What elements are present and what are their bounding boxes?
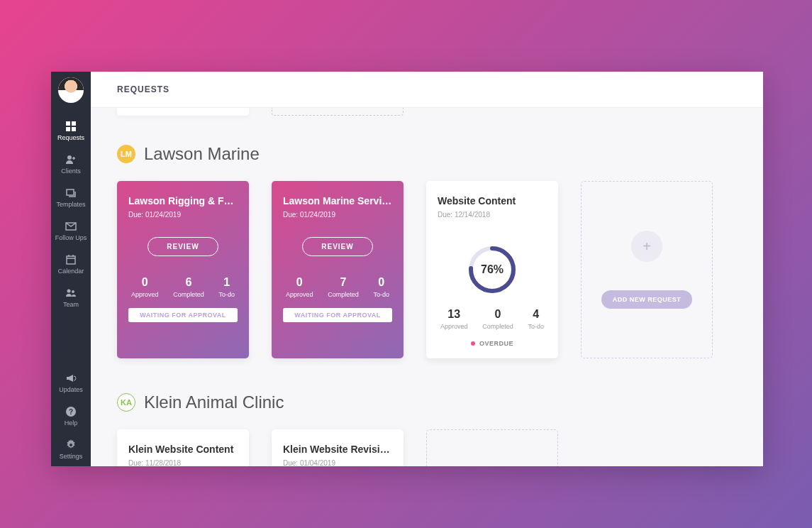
review-button[interactable]: REVIEW [148, 237, 218, 256]
card-title: Klein Website Revision... [283, 444, 392, 455]
progress-percent: 76% [467, 244, 518, 295]
plus-icon: + [631, 231, 662, 262]
page-title: REQUESTS [117, 84, 169, 94]
gear-icon [65, 439, 77, 451]
grid-icon [65, 121, 77, 132]
svg-point-4 [67, 155, 72, 160]
svg-rect-7 [67, 256, 75, 264]
svg-rect-2 [66, 127, 70, 131]
nav-calendar[interactable]: Calendar [51, 248, 91, 281]
group-name: Lawson Marine [144, 144, 260, 164]
nav-label: Settings [60, 453, 83, 460]
add-new-request-button[interactable]: ADD NEW REQUEST [601, 290, 693, 309]
card-due: Due: 01/04/2019 [283, 459, 392, 466]
overdue-badge: OVERDUE [471, 340, 513, 347]
request-card[interactable]: Klein Website Content Due: 11/28/2018 [117, 429, 249, 466]
card-due: Due: 01/24/2019 [128, 211, 238, 219]
cards-row: Klein Website Content Due: 11/28/2018 Kl… [117, 429, 737, 466]
request-card[interactable]: Lawson Rigging & Fab... Due: 01/24/2019 … [117, 181, 249, 358]
svg-point-8 [67, 290, 71, 293]
group-name: Klein Animal Clinic [144, 392, 284, 412]
group-badge: KA [117, 393, 135, 412]
nav-label: Calendar [58, 268, 84, 275]
card-due: Due: 12/14/2018 [438, 211, 547, 219]
prev-group-tail [117, 108, 737, 116]
review-button[interactable]: REVIEW [302, 237, 372, 256]
nav-help[interactable]: ? Help [51, 400, 91, 433]
app-window: Requests Clients Templates Follow Ups Ca… [51, 72, 763, 466]
nav-label: Help [65, 419, 78, 427]
group-header-klein: KA Klein Animal Clinic [117, 392, 737, 412]
content-scroll[interactable]: LM Lawson Marine Lawson Rigging & Fab...… [91, 108, 763, 466]
layers-icon [65, 187, 77, 199]
svg-point-9 [72, 290, 74, 293]
stats-row: 0Approved 6Completed 1To-do [128, 276, 238, 298]
group-badge: LM [117, 145, 135, 163]
main: REQUESTS LM Lawson Marine Lawson Rigging… [91, 72, 763, 466]
status-badge: WAITING FOR APPROVAL [283, 308, 392, 322]
nav-clients[interactable]: Clients [51, 148, 91, 181]
add-request-card[interactable]: + ADD NEW REQUEST [581, 181, 713, 358]
nav-templates[interactable]: Templates [51, 181, 91, 214]
nav-requests[interactable]: Requests [51, 114, 91, 148]
add-request-card[interactable] [426, 429, 558, 466]
nav-settings[interactable]: Settings [51, 433, 91, 466]
nav-label: Templates [56, 201, 85, 208]
svg-rect-5 [67, 189, 74, 195]
card-due: Due: 11/28/2018 [128, 459, 238, 466]
request-card[interactable]: Klein Website Revision... Due: 01/04/201… [272, 429, 404, 466]
calendar-icon [65, 254, 77, 265]
team-icon [65, 287, 77, 299]
card-title: Klein Website Content [128, 444, 238, 455]
user-plus-icon [65, 154, 77, 165]
request-card[interactable]: Lawson Marine Servic... Due: 01/24/2019 … [272, 181, 404, 358]
help-icon: ? [65, 406, 77, 417]
svg-text:?: ? [69, 408, 73, 416]
status-badge: WAITING FOR APPROVAL [128, 308, 238, 322]
request-card[interactable]: Website Content Due: 12/14/2018 76% 13Ap… [426, 181, 558, 358]
avatar[interactable] [58, 77, 84, 103]
sidebar: Requests Clients Templates Follow Ups Ca… [51, 72, 91, 466]
nav-label: Updates [59, 386, 83, 393]
card-title: Lawson Rigging & Fab... [128, 195, 238, 207]
page-header: REQUESTS [91, 72, 763, 108]
nav-label: Clients [61, 167, 81, 175]
nav-followups[interactable]: Follow Ups [51, 214, 91, 248]
nav-team[interactable]: Team [51, 281, 91, 314]
group-header-lawson: LM Lawson Marine [117, 144, 737, 164]
svg-rect-3 [72, 127, 76, 131]
nav-updates[interactable]: Updates [51, 366, 91, 400]
card-title: Lawson Marine Servic... [283, 195, 392, 207]
nav-label: Team [63, 301, 79, 308]
svg-rect-0 [66, 121, 70, 126]
mail-icon [65, 221, 77, 232]
card-due: Due: 01/24/2019 [283, 211, 392, 219]
svg-rect-1 [72, 121, 76, 126]
stats-row: 0Approved 7Completed 0To-do [283, 276, 392, 298]
cards-row: Lawson Rigging & Fab... Due: 01/24/2019 … [117, 181, 737, 358]
stats-row: 13Approved 0Completed 4To-do [438, 308, 547, 330]
card-title: Website Content [438, 195, 547, 207]
nav-label: Requests [57, 134, 84, 141]
progress-ring: 76% [467, 244, 518, 295]
nav-label: Follow Ups [55, 234, 87, 241]
megaphone-icon [65, 373, 77, 384]
